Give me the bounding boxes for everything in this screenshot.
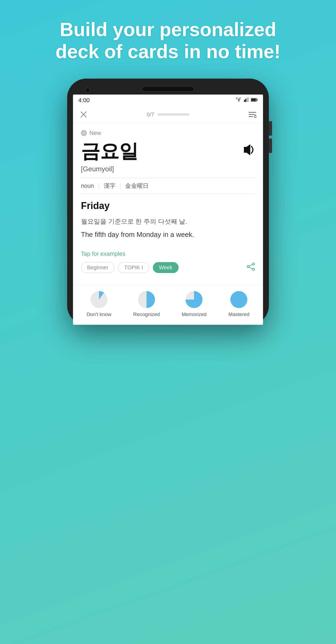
svg-rect-1 [245,99,246,102]
wifi-icon [236,97,242,103]
volume-down-button[interactable] [269,138,272,153]
tags-row: Beginner TOPIK I Week [81,262,255,273]
phone-shell: 4:00 [67,79,269,325]
volume-up-button[interactable] [269,121,272,136]
battery-icon [251,97,258,103]
romanization: [Geumyoil] [81,165,255,173]
speaker [141,86,195,92]
svg-rect-0 [244,100,245,102]
memorized-icon [185,290,203,309]
app-bar: 0/7 [73,106,263,123]
camera [85,88,90,92]
meaning: Friday [81,200,255,211]
pos-label: noun [81,182,99,189]
dont-know-button[interactable]: Don't know [87,290,111,317]
mastered-label: Mastered [229,312,249,317]
svg-rect-2 [247,98,248,102]
tap-examples[interactable]: Tap for examples [81,250,255,257]
svg-rect-3 [248,97,249,102]
word-row: 금요일 [81,141,255,162]
svg-point-23 [230,291,247,308]
recognized-button[interactable]: Recognized [133,290,160,317]
svg-point-12 [254,116,256,118]
status-time: 4:00 [78,97,90,104]
hanja-label: 漢字 [99,182,120,190]
svg-point-17 [247,266,249,268]
svg-point-16 [252,268,255,270]
svg-rect-6 [251,99,256,101]
svg-line-18 [249,265,252,266]
progress-area: 0/7 [147,112,189,118]
example-english: The fifth day from Monday in a week. [81,229,255,240]
memorized-label: Memorized [182,312,206,317]
phone-screen: 4:00 [73,95,263,325]
bottom-buttons: Don't know Recognized [73,285,263,325]
tag-week[interactable]: Week [153,262,179,273]
progress-bar [157,113,189,116]
mastered-button[interactable]: Mastered [229,290,249,317]
new-badge: New [81,130,255,137]
hanja-value: 金金曜日 [120,182,153,190]
tag-topik[interactable]: TOPIK I [118,262,149,273]
dont-know-label: Don't know [87,312,111,317]
share-button[interactable] [247,262,255,273]
recognized-icon [137,290,156,309]
main-word: 금요일 [81,141,138,162]
new-dot [81,130,87,136]
tag-beginner[interactable]: Beginner [81,262,114,273]
close-button[interactable] [78,109,89,120]
svg-point-15 [252,263,255,265]
mastered-icon [230,290,248,309]
dont-know-icon [90,290,108,309]
memorized-button[interactable]: Memorized [182,290,206,317]
signal-icon [244,97,249,103]
filter-button[interactable] [247,109,258,120]
word-meta: noun 漢字 金金曜日 [81,178,255,194]
phone-top [73,86,263,92]
recognized-label: Recognized [133,312,160,317]
progress-text: 0/7 [147,112,154,118]
example-korean: 월요일을 기준으로 한 주의 다섯째 날. [81,217,255,226]
svg-line-19 [249,267,252,269]
sound-button[interactable] [242,144,255,159]
svg-marker-14 [244,144,250,155]
card-content: New 금요일 [Geumyoil] noun 漢字 [73,123,263,285]
status-icons [236,97,258,103]
hero-text: Build your personalized deck of cards in… [34,19,302,63]
svg-rect-5 [257,99,258,101]
status-bar: 4:00 [73,95,263,106]
new-label: New [89,130,101,137]
